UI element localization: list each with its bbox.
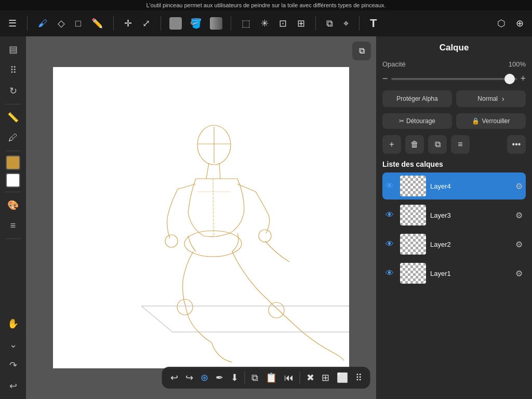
opacity-increase[interactable]: + xyxy=(520,73,526,84)
layer-row[interactable]: 👁 Layer1 ⚙ xyxy=(382,260,526,287)
svg-line-3 xyxy=(206,163,209,179)
eraser-bottom-button[interactable]: ⬜ xyxy=(336,371,349,384)
layer4-visibility[interactable]: 👁 xyxy=(385,181,396,191)
separator6 xyxy=(359,16,360,31)
color-pick-icon[interactable]: 🖊 xyxy=(5,129,21,147)
layer4-settings[interactable]: ⚙ xyxy=(515,181,523,191)
select-brush-icon[interactable]: ⊡ xyxy=(277,16,289,31)
transform-icon[interactable]: ⤢ xyxy=(140,16,152,31)
layer-actions-row: + 🗑 ⧉ ≡ ••• xyxy=(382,135,526,154)
move-icon[interactable]: ✛ xyxy=(122,16,134,31)
layer1-thumbnail xyxy=(400,263,426,284)
copy-button[interactable]: 📋 xyxy=(264,371,278,384)
duplicate-button[interactable]: ⧉ xyxy=(250,371,259,384)
layer2-visibility[interactable]: 👁 xyxy=(385,240,396,249)
merge-button[interactable]: ⊞ xyxy=(321,371,330,384)
undo-button[interactable]: ↩ xyxy=(169,371,179,384)
delete-layer-button[interactable]: 🗑 xyxy=(405,135,424,154)
frame-icon[interactable]: □ xyxy=(73,16,83,31)
redo-button[interactable]: ↪ xyxy=(184,371,194,384)
layer-row[interactable]: 👁 Layer4 ⚙ xyxy=(382,172,526,200)
download-button[interactable]: ⬇ xyxy=(230,371,240,384)
layer-list-button[interactable]: ≡ xyxy=(451,135,470,154)
clip-icon: ✂ xyxy=(399,117,404,125)
text-icon[interactable]: T xyxy=(368,15,379,32)
layers-panel-icon[interactable]: ⊕ xyxy=(514,16,526,31)
bottom-toolbar: ↩ ↪ ⊛ ✒ ⬇ ⧉ 📋 ⏮ ✖ ⊞ ⬜ ⠿ xyxy=(162,367,370,389)
layers-list-title: Liste des calques xyxy=(382,160,526,168)
add-layer-button[interactable]: + xyxy=(382,135,401,154)
layer2-settings[interactable]: ⚙ xyxy=(515,240,523,249)
layer-row[interactable]: 👁 Layer3 ⚙ xyxy=(382,202,526,229)
layer3-settings[interactable]: ⚙ xyxy=(515,210,523,220)
layer1-settings[interactable]: ⚙ xyxy=(515,269,523,278)
blend-mode-button[interactable]: Normal xyxy=(456,90,526,107)
lock-icon: 🔒 xyxy=(472,117,480,125)
tooltip-text: L'outil pinceau permet aux utilisateurs … xyxy=(146,2,385,8)
fill-bucket-icon[interactable]: 🪣 xyxy=(188,16,204,31)
duplicate-layer-button[interactable]: ⧉ xyxy=(428,135,447,154)
layer1-visibility[interactable]: 👁 xyxy=(385,269,396,278)
svg-point-8 xyxy=(165,235,178,247)
blend-mode-row: Protéger Alpha Normal xyxy=(382,90,526,107)
adjust-icon[interactable]: ⌖ xyxy=(341,16,351,31)
pen-button[interactable]: ✒ xyxy=(215,371,224,384)
topbar: ☰ 🖌 ◇ □ ✏️ ✛ ⤢ 🪣 ⬚ ✳ ⊡ ⊞ ⧉ ⌖ T ⬡ ⊕ xyxy=(0,10,532,36)
canvas-view-toggle[interactable]: ⧉ xyxy=(352,42,371,60)
canvas-area: ⧉ xyxy=(26,36,376,399)
opacity-thumb[interactable] xyxy=(504,74,515,84)
clip-button[interactable]: ✂ Détourage xyxy=(382,113,452,129)
background-color[interactable] xyxy=(6,173,20,188)
palette-icon[interactable]: 🎨 xyxy=(4,196,22,214)
select-lasso-icon[interactable]: ✳ xyxy=(259,16,271,31)
fill-select-button[interactable]: ⊛ xyxy=(200,371,209,384)
layer4-name: Layer4 xyxy=(430,182,511,190)
opacity-decrease[interactable]: − xyxy=(382,73,388,84)
sidebar-separator4 xyxy=(5,238,21,239)
smudge-icon[interactable]: ✏️ xyxy=(89,16,105,31)
symmetry-icon[interactable]: ↻ xyxy=(6,82,20,100)
svg-line-7 xyxy=(237,184,256,192)
sketch-drawing xyxy=(53,67,349,368)
eraser-icon[interactable]: ◇ xyxy=(56,16,67,31)
layer4-thumbnail xyxy=(400,176,426,196)
hand-icon[interactable]: ✋ xyxy=(4,315,22,332)
brush-icon[interactable]: 🖌 xyxy=(36,16,49,31)
layers-icon[interactable]: ▤ xyxy=(6,41,21,58)
foreground-color[interactable] xyxy=(6,155,20,170)
svg-point-11 xyxy=(177,299,193,315)
menu-icon[interactable]: ☰ xyxy=(6,16,19,31)
separator xyxy=(245,371,245,384)
layer3-name: Layer3 xyxy=(430,211,511,219)
eyedropper-icon[interactable]: ⌄ xyxy=(6,336,20,353)
layer3-visibility[interactable]: 👁 xyxy=(385,210,396,220)
layer3-thumbnail xyxy=(400,205,426,225)
layer2-name: Layer2 xyxy=(430,241,511,248)
sidebar-separator2 xyxy=(5,151,21,151)
sidebar-separator3 xyxy=(5,192,21,192)
opacity-icon[interactable]: ≡ xyxy=(7,217,19,234)
protect-alpha-button[interactable]: Protéger Alpha xyxy=(382,90,452,107)
tooltip-bar: L'outil pinceau permet aux utilisateurs … xyxy=(0,0,532,10)
redo-icon[interactable]: ↷ xyxy=(6,356,20,374)
undo-icon[interactable]: ↩ xyxy=(6,377,20,395)
layer-row[interactable]: 👁 Layer2 ⚙ xyxy=(382,231,526,258)
gradient-icon[interactable] xyxy=(210,17,222,30)
ruler-icon[interactable]: 📏 xyxy=(4,109,22,126)
frames-icon[interactable]: ⠿ xyxy=(7,61,20,79)
grid-button[interactable]: ⠿ xyxy=(354,371,363,384)
more-options-button[interactable]: ••• xyxy=(507,135,526,154)
lock-button[interactable]: 🔒 Verrouiller xyxy=(456,113,526,129)
no-select-button[interactable]: ✖ xyxy=(305,371,315,384)
select-rect-icon[interactable]: ⬚ xyxy=(240,16,252,31)
canvas[interactable] xyxy=(53,67,349,368)
select-free-icon[interactable]: ⊞ xyxy=(295,16,307,31)
panel-title: Calque xyxy=(382,43,526,53)
skip-back-button[interactable]: ⏮ xyxy=(283,371,295,384)
fill-color-box[interactable] xyxy=(169,17,182,30)
left-sidebar: ▤ ⠿ ↻ 📏 🖊 🎨 ≡ ✋ ⌄ ↷ ↩ xyxy=(0,36,26,399)
share-icon[interactable]: ⬡ xyxy=(495,16,508,31)
copy-paste-icon[interactable]: ⧉ xyxy=(324,16,335,31)
opacity-label: Opacité xyxy=(382,60,509,68)
opacity-track[interactable] xyxy=(391,78,517,80)
